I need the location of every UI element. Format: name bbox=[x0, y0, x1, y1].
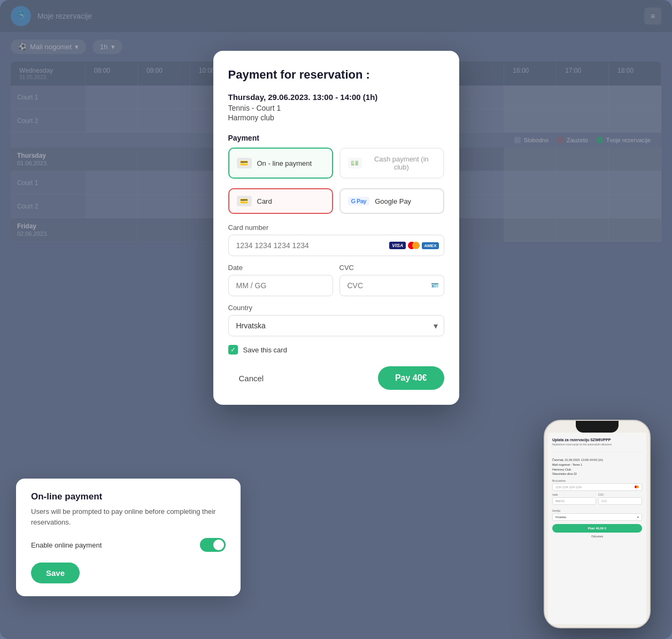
phone-divider bbox=[552, 452, 642, 452]
payment-modal: Payment for reservation : Thursday, 29.0… bbox=[213, 51, 459, 405]
reservation-club: Harmony club bbox=[228, 113, 444, 122]
phone-pay-button[interactable]: Plati 40,00 € bbox=[552, 524, 642, 533]
phone-payment-title: Uplata za rezervaciju SZW6VPPP bbox=[552, 438, 642, 442]
card-number-label: Card number bbox=[228, 224, 444, 232]
gpay-badge: G Pay bbox=[348, 197, 370, 205]
phone-card-input: 1234 1234 1234 1234 bbox=[552, 483, 642, 491]
phone-cvc: CVC CVC bbox=[598, 493, 642, 507]
reservation-date: Thursday, 29.06.2023. 13:00 - 14:00 (1h) bbox=[228, 93, 444, 102]
cash-payment-icon: 💵 bbox=[348, 158, 362, 168]
phone-date-ph: MM/GG bbox=[555, 499, 565, 503]
phone-cvc-label: CVC bbox=[598, 493, 642, 496]
payment-label: Payment bbox=[228, 134, 444, 142]
info-card: On-line payment Users will be prompted t… bbox=[16, 479, 241, 596]
phone-date-input: MM/GG bbox=[552, 497, 596, 505]
phone-notch bbox=[576, 421, 619, 433]
cvc-wrapper: 🪪 bbox=[339, 275, 444, 296]
phone-cvc-input: CVC bbox=[598, 497, 642, 505]
online-payment-button[interactable]: 💳 On - line payment bbox=[228, 148, 333, 179]
pay-button[interactable]: Pay 40€ bbox=[378, 366, 444, 390]
gpay-button[interactable]: G Pay Google Pay bbox=[339, 188, 444, 214]
phone-cvc-ph: CVC bbox=[601, 499, 607, 503]
info-card-description: Users will be prompted to pay online bef… bbox=[31, 506, 226, 527]
modal-actions: Cancel Pay 40€ bbox=[228, 366, 444, 390]
cvc-input[interactable] bbox=[339, 275, 444, 296]
phone-date-cvc: Istek MM/GG CVC CVC bbox=[552, 493, 642, 507]
online-payment-label: On - line payment bbox=[257, 159, 312, 167]
save-card-label: Save this card bbox=[243, 346, 287, 354]
cvc-label: CVC bbox=[339, 264, 444, 272]
online-payment-icon: 💳 bbox=[237, 158, 252, 168]
country-wrapper: Hrvatska ▾ bbox=[228, 315, 444, 336]
gpay-label: Google Pay bbox=[375, 197, 411, 205]
enable-payment-row: Enable online payment bbox=[31, 538, 226, 552]
amex-logo: AMEX bbox=[422, 242, 438, 249]
cvc-field: CVC 🪪 bbox=[339, 264, 444, 296]
phone-mockup: Uplata za rezervaciju SZW6VPPP Neplaćene… bbox=[544, 420, 651, 628]
card-button[interactable]: 💳 Card bbox=[228, 188, 333, 214]
phone-date-label: Istek bbox=[552, 493, 596, 496]
country-field: Country Hrvatska ▾ bbox=[228, 304, 444, 336]
country-label: Country bbox=[228, 304, 444, 312]
cash-payment-button[interactable]: 💵 Cash payment (in club) bbox=[339, 148, 444, 179]
country-select[interactable]: Hrvatska bbox=[228, 315, 444, 336]
modal-title: Payment for reservation : bbox=[228, 68, 444, 82]
enable-payment-toggle[interactable] bbox=[200, 538, 226, 552]
mastercard-logo bbox=[408, 241, 420, 250]
phone-cancel-button[interactable]: Odustani bbox=[552, 535, 642, 538]
enable-payment-label: Enable online payment bbox=[31, 541, 102, 549]
payment-method-row: 💳 On - line payment 💵 Cash payment (in c… bbox=[228, 148, 444, 179]
save-button[interactable]: Save bbox=[31, 563, 80, 583]
toggle-knob bbox=[213, 540, 224, 550]
visa-logo: VISA bbox=[389, 242, 406, 249]
date-cvc-row: Date CVC 🪪 bbox=[228, 264, 444, 296]
cvc-help-icon: 🪪 bbox=[431, 282, 439, 289]
card-logos: VISA AMEX bbox=[389, 241, 438, 250]
phone-country-label: Zemlja bbox=[552, 509, 642, 512]
phone-screen: Uplata za rezervaciju SZW6VPPP Neplaćene… bbox=[548, 433, 646, 624]
date-label: Date bbox=[228, 264, 333, 272]
card-number-field: Card number VISA AMEX bbox=[228, 224, 444, 256]
phone-payment-sub: Neplaćene rezervacije će biti automatski… bbox=[552, 443, 642, 446]
phone-card-label: Broj kartice bbox=[552, 479, 642, 482]
card-icon: 💳 bbox=[237, 196, 252, 206]
info-card-title: On-line payment bbox=[31, 491, 226, 502]
phone-country-val: Hrvatska bbox=[555, 515, 566, 519]
reservation-court: Tennis - Court 1 bbox=[228, 104, 444, 112]
date-field: Date bbox=[228, 264, 333, 296]
reservation-info: Thursday, 29.06.2023. 13:00 - 14:00 (1h)… bbox=[228, 93, 444, 122]
date-input[interactable] bbox=[228, 275, 333, 296]
card-label: Card bbox=[257, 197, 272, 205]
phone-mc-icon bbox=[635, 486, 639, 489]
phone-card-placeholder: 1234 1234 1234 1234 bbox=[555, 486, 582, 489]
sub-method-row: 💳 Card G Pay Google Pay bbox=[228, 188, 444, 214]
phone-country-select: Hrvatska ▾ bbox=[552, 513, 642, 521]
cancel-button[interactable]: Cancel bbox=[228, 368, 275, 388]
cash-payment-label: Cash payment (in club) bbox=[367, 155, 435, 171]
phone-date: Istek MM/GG bbox=[552, 493, 596, 507]
save-card-checkbox[interactable]: ✓ bbox=[228, 345, 238, 355]
phone-res-info: Četvrtak, 01.06.2023. 13:00-14:00 (1h) M… bbox=[552, 458, 642, 476]
phone-country-arrow: ▾ bbox=[637, 515, 639, 519]
save-card-row: ✓ Save this card bbox=[228, 345, 444, 355]
